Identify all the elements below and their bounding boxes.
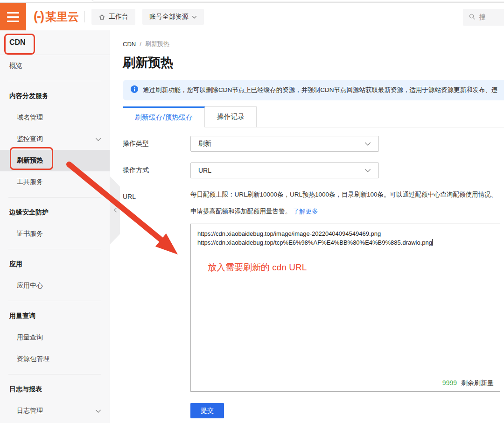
quota-description: 每日配额上限：URL刷新10000条，URL预热1000条，目录刷新100条。可… bbox=[190, 186, 500, 220]
operation-type-select[interactable]: 刷新 bbox=[190, 136, 379, 152]
header-divider bbox=[84, 11, 85, 22]
global-search-input[interactable]: 搜 bbox=[463, 9, 504, 26]
sidebar-divider bbox=[8, 197, 101, 197]
chevron-down-icon[interactable] bbox=[95, 408, 101, 414]
breadcrumb-cdn[interactable]: CDN bbox=[123, 41, 136, 48]
sidebar-divider bbox=[8, 374, 101, 374]
sidebar-item-certificate-service[interactable]: 证书服务 bbox=[0, 223, 110, 245]
breadcrumb: CDN / 刷新预热 bbox=[123, 40, 504, 48]
info-banner-text: 通过刷新功能，您可以删除CDN节点上已经缓存的资源，并强制CDN节点回源站获取最… bbox=[143, 86, 498, 94]
url-list-value: https://cdn.xiaobaidebug.top/image/image… bbox=[197, 230, 432, 246]
sidebar-section-content-delivery: 内容分发服务 bbox=[0, 85, 110, 107]
sidebar-item-tool-services[interactable]: 工具服务 bbox=[0, 171, 110, 193]
info-banner: 通过刷新功能，您可以删除CDN节点上已经缓存的资源，并强制CDN节点回源站获取最… bbox=[123, 80, 504, 100]
sidebar-item-monitoring-query[interactable]: 监控查询 bbox=[0, 128, 110, 150]
operation-method-select[interactable]: URL bbox=[190, 162, 379, 178]
breadcrumb-separator: / bbox=[140, 41, 141, 48]
operation-type-label: 操作类型 bbox=[123, 136, 190, 152]
text-cursor bbox=[432, 239, 433, 246]
workbench-label: 工作台 bbox=[109, 13, 128, 21]
breadcrumb-current: 刷新预热 bbox=[145, 40, 169, 48]
sidebar-divider bbox=[8, 249, 101, 249]
chevron-down-icon[interactable] bbox=[95, 136, 101, 142]
refresh-form: 操作类型 刷新 操作方式 URL URL 每日配额上限：URL刷新10000条，… bbox=[123, 136, 504, 418]
tab-operation-records[interactable]: 操作记录 bbox=[205, 106, 257, 127]
chevron-down-icon bbox=[364, 141, 371, 147]
sidebar-section-apps: 应用 bbox=[0, 254, 110, 275]
sidebar-collapse-toggle[interactable] bbox=[110, 176, 120, 244]
sidebar-section-edge-security: 边缘安全防护 bbox=[0, 202, 110, 223]
operation-method-value: URL bbox=[198, 167, 211, 174]
sidebar-section-usage-query: 用量查询 bbox=[0, 305, 110, 327]
main-content: CDN / 刷新预热 刷新预热 通过刷新功能，您可以删除CDN节点上已经缓存的资… bbox=[110, 30, 504, 423]
hamburger-menu-button[interactable] bbox=[0, 3, 26, 30]
tab-bar: 刷新缓存/预热缓存 操作记录 bbox=[123, 106, 504, 127]
search-icon bbox=[469, 13, 476, 21]
workbench-button[interactable]: 工作台 bbox=[91, 9, 135, 25]
cdn-console-page: (-) 某里云 工作台 账号全部资源 搜 CDN 概览 内容分发服务 域 bbox=[0, 0, 504, 423]
url-field-label: URL bbox=[123, 189, 190, 418]
operation-method-label: 操作方式 bbox=[123, 162, 190, 178]
account-resources-dropdown[interactable]: 账号全部资源 bbox=[142, 9, 204, 25]
submit-button[interactable]: 提交 bbox=[190, 403, 224, 418]
url-textarea[interactable]: https://cdn.xiaobaidebug.top/image/image… bbox=[190, 224, 500, 392]
sidebar-item-domain-management[interactable]: 域名管理 bbox=[0, 107, 110, 128]
info-icon bbox=[131, 85, 138, 95]
chevron-left-icon bbox=[113, 206, 118, 215]
home-icon bbox=[98, 14, 105, 21]
top-nav-bar: (-) 某里云 工作台 账号全部资源 搜 bbox=[0, 3, 504, 30]
sidebar-item-overview[interactable]: 概览 bbox=[0, 55, 110, 77]
browser-edge bbox=[0, 0, 504, 3]
learn-more-link[interactable]: 了解更多 bbox=[293, 208, 318, 215]
remaining-quota: 9999 剩余刷新量 bbox=[442, 379, 494, 388]
sidebar-section-logs-reports: 日志与报表 bbox=[0, 379, 110, 400]
remaining-quota-label: 剩余刷新量 bbox=[461, 379, 494, 388]
operation-type-value: 刷新 bbox=[198, 140, 211, 148]
sidebar-item-resource-package[interactable]: 资源包管理 bbox=[0, 348, 110, 370]
sidebar-divider bbox=[8, 81, 101, 81]
brand-logo[interactable]: (-) 某里云 bbox=[34, 9, 79, 24]
account-resources-label: 账号全部资源 bbox=[149, 13, 189, 21]
remaining-quota-value: 9999 bbox=[442, 379, 457, 388]
sidebar-title-cdn[interactable]: CDN bbox=[0, 30, 110, 55]
tab-refresh-preheat-cache[interactable]: 刷新缓存/预热缓存 bbox=[123, 106, 205, 127]
annotation-note: 放入需要刷新的 cdn URL bbox=[208, 261, 307, 274]
sidebar-item-app-center[interactable]: 应用中心 bbox=[0, 275, 110, 296]
sidebar-item-usage-query[interactable]: 用量查询 bbox=[0, 327, 110, 348]
sidebar: CDN 概览 内容分发服务 域名管理 监控查询 刷新预热 工具服务 边缘安全防护… bbox=[0, 30, 110, 423]
sidebar-item-log-management[interactable]: 日志管理 bbox=[0, 400, 110, 422]
page-title: 刷新预热 bbox=[123, 54, 504, 71]
logo-bracket-icon: (-) bbox=[34, 9, 43, 24]
sidebar-item-refresh-preheat[interactable]: 刷新预热 bbox=[0, 150, 110, 171]
search-placeholder: 搜 bbox=[479, 13, 486, 21]
sidebar-divider bbox=[8, 301, 101, 301]
chevron-down-icon bbox=[192, 14, 197, 20]
chevron-down-icon bbox=[364, 167, 371, 174]
logo-name: 某里云 bbox=[45, 9, 79, 24]
